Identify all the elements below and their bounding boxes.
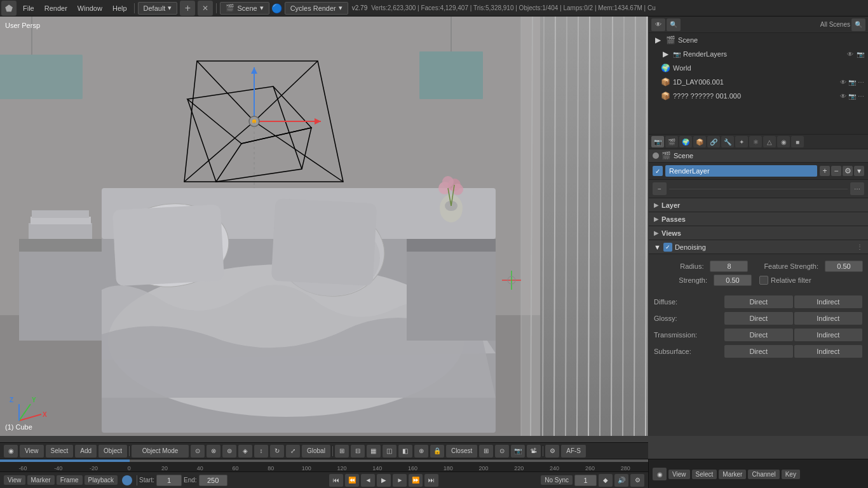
outliner-item-scene[interactable]: ▶ 🎬 Scene	[649, 33, 868, 47]
glossy-indirect-btn[interactable]: Indirect	[794, 312, 863, 325]
camera-move-icon[interactable]: ⊕	[414, 445, 428, 458]
section-denoising[interactable]: ▼ ✓ Denoising ⋮	[649, 240, 868, 254]
render-layer-remove-btn[interactable]: −	[831, 166, 841, 176]
mode-dropdown[interactable]: Object Mode	[132, 445, 189, 458]
outliner-item-layer2[interactable]: 📦 ???? ?????? 001.000 👁 📷 ⋯	[649, 89, 868, 103]
rtl-header-icon[interactable]: ◉	[653, 468, 667, 480]
tl-options-btn[interactable]: ⚙	[630, 474, 644, 487]
camera2-icon[interactable]: 📷	[857, 51, 864, 58]
snap-icon[interactable]: ⊙	[191, 445, 205, 458]
rl-minus-btn[interactable]: −	[653, 182, 667, 195]
diffuse-direct-btn[interactable]: Direct	[724, 295, 793, 308]
tl-end-value[interactable]: 250	[199, 475, 227, 486]
outliner-item-renderlayers[interactable]: ▶ 📷 RenderLayers 👁 📷	[649, 47, 868, 61]
strength-value[interactable]: 0.50	[714, 274, 752, 286]
layer1-eye-icon[interactable]: 👁	[840, 79, 846, 86]
transmission-indirect-btn[interactable]: Indirect	[794, 329, 863, 341]
layer1-render-icon[interactable]: 📷	[848, 79, 856, 86]
manipulator2-icon[interactable]: ↻	[270, 445, 284, 458]
grid3-icon[interactable]: ▦	[367, 445, 381, 458]
proportional-icon[interactable]: ⊗	[207, 445, 220, 458]
panel-filter-btn[interactable]: 🔍	[851, 18, 865, 31]
render-layer-settings-btn[interactable]: ⚙	[843, 166, 853, 176]
menu-help[interactable]: Help	[107, 0, 132, 16]
section-layer[interactable]: ▶ Layer	[649, 198, 868, 212]
prop-icon-object[interactable]: 📦	[693, 136, 706, 147]
tl-view-btn[interactable]: View	[4, 475, 25, 485]
tl-jump-start-btn[interactable]: ⏮	[329, 474, 343, 487]
prop-icon-physics[interactable]: ⚛	[749, 136, 762, 147]
af-s-btn[interactable]: AF-S	[561, 445, 586, 458]
tl-key-type-btn[interactable]: ◆	[599, 474, 613, 487]
3d-viewport[interactable]: X Y Z User Persp (1) Cube	[0, 17, 648, 436]
tl-next-key-btn[interactable]: ►	[393, 474, 407, 487]
options-icon[interactable]: ⚙	[545, 445, 559, 458]
tl-playback-btn[interactable]: Playback	[85, 475, 118, 485]
relative-filter-checkbox[interactable]	[759, 276, 768, 285]
gyroscope-icon[interactable]: ⊙	[495, 445, 509, 458]
panel-view-btn[interactable]: 👁	[651, 18, 665, 31]
rl-filter-btn[interactable]: ⋯	[850, 182, 864, 195]
tl-play-btn[interactable]: ▶	[377, 474, 391, 487]
denoising-checkbox[interactable]: ✓	[663, 243, 672, 252]
tl-next-frame-btn[interactable]: ⏩	[409, 474, 423, 487]
tl-prev-frame-btn[interactable]: ⏪	[345, 474, 359, 487]
workspace-dropdown[interactable]: Default ▾	[138, 2, 178, 15]
rtl-select-btn[interactable]: Select	[692, 470, 717, 479]
tl-start-value[interactable]: 1	[156, 475, 182, 486]
workspace-add-btn[interactable]: +	[180, 1, 195, 16]
mirror2-icon[interactable]: ◧	[398, 445, 412, 458]
prop-icon-world[interactable]: 🌍	[679, 136, 692, 147]
manipulator3-icon[interactable]: ⤢	[286, 445, 300, 458]
layer2-eye-icon[interactable]: 👁	[840, 93, 846, 100]
render-layer-selected[interactable]: RenderLayer	[665, 165, 817, 177]
prop-icon-particles[interactable]: ✦	[735, 136, 748, 147]
prop-icon-mesh[interactable]: △	[763, 136, 776, 147]
tl-audio-btn[interactable]: 🔊	[614, 474, 628, 487]
scene-dropdown[interactable]: 🎬 Scene ▾	[220, 2, 269, 15]
workspace-close-btn[interactable]: ✕	[198, 1, 213, 16]
rtl-key-btn[interactable]: Key	[782, 470, 800, 479]
menu-window[interactable]: Window	[72, 0, 107, 16]
eye-icon[interactable]: 👁	[846, 50, 855, 58]
prop-icon-material[interactable]: ◉	[777, 136, 790, 147]
tl-marker-btn[interactable]: Marker	[27, 475, 55, 485]
grid2-icon[interactable]: ⊟	[351, 445, 365, 458]
select-btn[interactable]: Select	[46, 445, 74, 458]
closest-dropdown[interactable]: Closest	[446, 445, 477, 458]
proportional2-icon[interactable]: ⊚	[222, 445, 236, 458]
camera3-icon[interactable]: 📷	[511, 445, 525, 458]
transmission-direct-btn[interactable]: Direct	[724, 329, 793, 341]
render-layer-add-btn[interactable]: +	[820, 166, 830, 176]
blender-logo[interactable]: ⬟	[1, 1, 17, 16]
tl-jump-end-btn[interactable]: ⏭	[424, 474, 438, 487]
menu-file[interactable]: File	[18, 0, 39, 16]
bottom-header-icon[interactable]: ◉	[4, 445, 18, 458]
layer2-render-icon[interactable]: 📷	[848, 93, 856, 100]
render2-icon[interactable]: 📽	[527, 445, 541, 458]
subsurface-indirect-btn[interactable]: Indirect	[794, 345, 863, 358]
tl-frame-btn[interactable]: Frame	[57, 475, 83, 485]
render-layer-up-btn[interactable]: ▾	[854, 166, 864, 176]
snap2-icon[interactable]: ⊞	[479, 445, 493, 458]
rtl-marker-btn[interactable]: Marker	[719, 470, 746, 479]
prop-icon-modifiers[interactable]: 🔧	[721, 136, 734, 147]
panel-search-btn[interactable]: 🔍	[667, 18, 681, 31]
engine-dropdown[interactable]: Cycles Render ▾	[285, 2, 348, 15]
grid-icon[interactable]: ⊞	[335, 445, 349, 458]
radius-value[interactable]: 8	[710, 261, 748, 272]
engine-dropdown-icon[interactable]: 🔵	[272, 1, 282, 16]
prop-icon-scene[interactable]: 🎬	[665, 136, 678, 147]
section-passes[interactable]: ▶ Passes	[649, 212, 868, 226]
layer1-star-icon[interactable]: ⋯	[858, 79, 864, 86]
menu-render[interactable]: Render	[39, 0, 72, 16]
vertex-icon[interactable]: ◈	[238, 445, 252, 458]
diffuse-indirect-btn[interactable]: Indirect	[794, 295, 863, 308]
mirror1-icon[interactable]: ◫	[383, 445, 397, 458]
feature-strength-value[interactable]: 0.50	[825, 261, 863, 272]
tl-sync-dropdown[interactable]: No Sync	[541, 475, 573, 485]
object-btn[interactable]: Object	[98, 445, 127, 458]
outliner-item-layer1[interactable]: 📦 1D_LAY006.001 👁 📷 ⋯	[649, 75, 868, 89]
prop-icon-texture[interactable]: ■	[791, 136, 804, 147]
manipulator1-icon[interactable]: ↕	[254, 445, 268, 458]
